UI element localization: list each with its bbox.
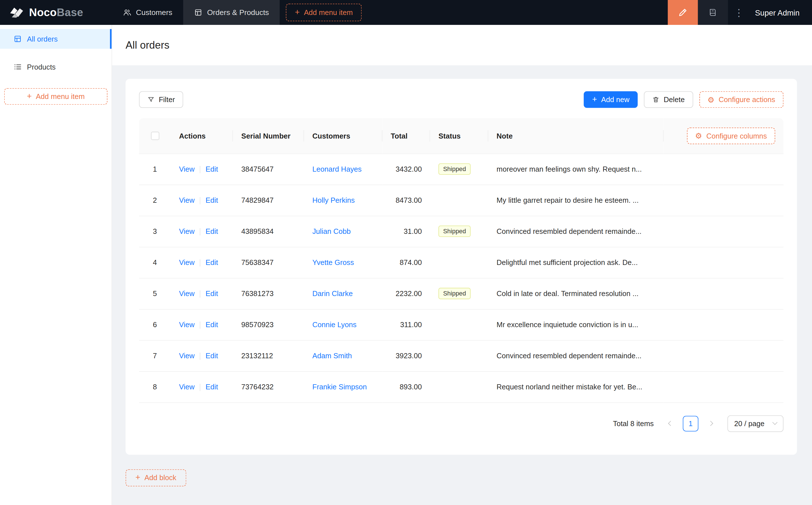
row-index: 4 <box>139 247 171 278</box>
brand-secondary: Base <box>56 6 83 18</box>
edit-link[interactable]: Edit <box>206 351 218 360</box>
note-cell: Convinced resembled dependent remainde..… <box>488 216 664 247</box>
edit-link[interactable]: Edit <box>206 289 218 298</box>
row-actions: ViewEdit <box>171 340 233 371</box>
row-actions: ViewEdit <box>171 247 233 278</box>
delete-button[interactable]: Delete <box>644 91 693 108</box>
page-size-value: 20 / page <box>734 419 765 428</box>
action-divider <box>200 259 200 267</box>
more-actions-button[interactable]: ⋮ <box>728 0 750 25</box>
pagination: Total 8 items 1 20 / page <box>139 415 783 432</box>
action-divider <box>200 353 200 360</box>
customer-link[interactable]: Leonard Hayes <box>312 165 362 173</box>
row-actions: ViewEdit <box>171 154 233 185</box>
nav-item-label: Orders & Products <box>207 8 269 16</box>
page-header: All orders <box>112 25 812 65</box>
ui-editor-button[interactable] <box>668 0 698 25</box>
row-actions: ViewEdit <box>171 309 233 340</box>
page-number-button[interactable]: 1 <box>683 415 698 431</box>
add-new-button[interactable]: + Add new <box>584 91 638 108</box>
status-cell <box>430 247 488 278</box>
next-page-button[interactable] <box>704 415 719 431</box>
sidebar-item-products[interactable]: Products <box>0 57 112 77</box>
nav-item-customers[interactable]: Customers <box>112 0 183 25</box>
table-row: 8 ViewEdit 73764232 Frankie Simpson 893.… <box>139 371 783 402</box>
configure-columns-button[interactable]: ⚙ Configure columns <box>687 128 775 144</box>
book-icon <box>708 8 717 17</box>
configure-columns-label: Configure columns <box>706 132 767 140</box>
api-doc-button[interactable] <box>698 0 728 25</box>
gear-icon: ⚙ <box>695 132 702 140</box>
filter-button[interactable]: Filter <box>139 91 183 108</box>
orders-table: Actions Serial Number Customers Total St… <box>139 118 783 403</box>
action-divider <box>200 322 200 329</box>
action-divider <box>200 197 200 204</box>
serial-number-cell: 75638347 <box>233 247 304 278</box>
edit-link[interactable]: Edit <box>206 165 218 173</box>
sidebar-item-label: All orders <box>27 35 57 43</box>
customer-link[interactable]: Yvette Gross <box>312 258 354 266</box>
customer-link[interactable]: Frankie Simpson <box>312 382 367 391</box>
configure-actions-button[interactable]: ⚙ Configure actions <box>699 91 783 108</box>
nav-item-label: Customers <box>136 8 172 16</box>
sidebar-add-menu-item-button[interactable]: + Add menu item <box>4 88 108 105</box>
status-cell <box>430 185 488 216</box>
plus-icon: + <box>592 95 597 104</box>
sidebar: All orders Products + Add menu item <box>0 25 112 505</box>
customer-link[interactable]: Connie Lyons <box>312 320 357 329</box>
app-logo[interactable]: NocoBase <box>0 0 112 25</box>
view-link[interactable]: View <box>179 351 195 360</box>
view-link[interactable]: View <box>179 196 195 204</box>
table-row: 5 ViewEdit 76381273 Darin Clarke 2232.00… <box>139 278 783 309</box>
sidebar-item-all-orders[interactable]: All orders <box>0 29 112 49</box>
row-index: 8 <box>139 371 171 402</box>
previous-page-button[interactable] <box>662 415 678 431</box>
edit-link[interactable]: Edit <box>206 227 218 235</box>
table-body: 1 ViewEdit 38475647 Leonard Hayes 3432.0… <box>139 154 783 402</box>
view-link[interactable]: View <box>179 382 195 391</box>
edit-link[interactable]: Edit <box>206 196 218 204</box>
serial-number-cell: 23132112 <box>233 340 304 371</box>
customer-cell: Leonard Hayes <box>304 154 383 185</box>
gear-icon: ⚙ <box>708 96 715 104</box>
total-cell: 3923.00 <box>383 340 430 371</box>
brand-primary: Noco <box>29 6 57 18</box>
row-actions: ViewEdit <box>171 278 233 309</box>
customer-link[interactable]: Adam Smith <box>312 351 352 360</box>
view-link[interactable]: View <box>179 258 195 266</box>
orders-table-wrap: Actions Serial Number Customers Total St… <box>139 118 783 403</box>
customer-link[interactable]: Julian Cobb <box>312 227 351 235</box>
page-title: All orders <box>126 39 169 51</box>
header-add-menu-item-button[interactable]: + Add menu item <box>286 4 362 21</box>
view-link[interactable]: View <box>179 227 195 235</box>
page-size-select[interactable]: 20 / page <box>727 415 783 432</box>
column-header-total: Total <box>383 118 430 154</box>
plus-icon: + <box>295 8 300 16</box>
note-cell: Mr excellence inquietude conviction is i… <box>488 309 664 340</box>
view-link[interactable]: View <box>179 289 195 298</box>
view-link[interactable]: View <box>179 165 195 173</box>
edit-link[interactable]: Edit <box>206 382 218 391</box>
user-menu[interactable]: Super Admin <box>750 0 812 25</box>
customer-cell: Adam Smith <box>304 340 383 371</box>
total-cell: 2232.00 <box>383 278 430 309</box>
view-link[interactable]: View <box>179 320 195 329</box>
nav-item-orders-products[interactable]: Orders & Products <box>183 0 280 25</box>
status-badge: Shipped <box>438 288 471 299</box>
add-block-button[interactable]: + Add block <box>126 469 186 486</box>
delete-label: Delete <box>664 95 685 104</box>
note-cell: My little garret repair to desire he est… <box>488 185 664 216</box>
edit-link[interactable]: Edit <box>206 320 218 329</box>
total-cell: 874.00 <box>383 247 430 278</box>
header-add-menu-item-label: Add menu item <box>304 8 353 16</box>
edit-link[interactable]: Edit <box>206 258 218 266</box>
total-cell: 3432.00 <box>383 154 430 185</box>
top-header: NocoBase Customers <box>0 0 812 25</box>
customer-link[interactable]: Darin Clarke <box>312 289 353 298</box>
select-all-checkbox[interactable] <box>151 132 159 140</box>
column-header-customers: Customers <box>304 118 383 154</box>
customer-link[interactable]: Holly Perkins <box>312 196 355 204</box>
column-header-actions: Actions <box>171 118 233 154</box>
filter-label: Filter <box>159 95 175 104</box>
main-content: All orders Filter + <box>112 25 812 505</box>
